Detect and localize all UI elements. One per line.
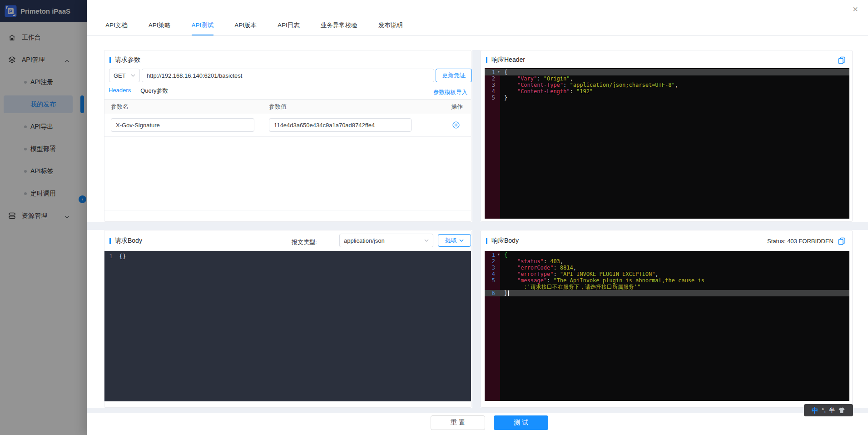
- add-param-button[interactable]: [452, 121, 460, 129]
- extract-button[interactable]: 提取: [438, 234, 471, 247]
- fold-arrow-icon: ▼: [498, 253, 500, 256]
- method-select[interactable]: GET: [109, 69, 140, 82]
- fold-arrow-icon: ▼: [498, 70, 500, 74]
- response-header-editor[interactable]: 1▼{2 "Vary": "Origin",3 "Content-Type": …: [485, 68, 849, 219]
- table-bottom-border: [104, 210, 471, 210]
- section-title: 响应Body: [486, 237, 519, 245]
- response-body-editor[interactable]: 1▼{2 "status": 403,3 "errorCode": 8814,4…: [485, 251, 849, 401]
- param-value-input[interactable]: [269, 118, 412, 132]
- code-line: :'请求接口不在服务下，请选择接口所属服务'": [485, 284, 849, 290]
- copy-icon[interactable]: [838, 237, 846, 245]
- tab-api-test[interactable]: API测试: [192, 21, 214, 35]
- status-badge: Status: 403 FORBIDDEN: [767, 238, 833, 245]
- title-accent-bar: [486, 238, 487, 244]
- content-type-value: application/json: [344, 237, 385, 244]
- request-params-title: 请求参数: [115, 56, 140, 64]
- modal-overlay: [0, 0, 87, 435]
- request-params-panel: 请求参数 GET 更新凭证 Headers Query参数 参数模板导入 参数名…: [104, 50, 471, 222]
- section-title: 响应Header: [486, 56, 525, 64]
- tab-release-notes[interactable]: 发布说明: [378, 21, 403, 35]
- col-param-value: 参数值: [269, 103, 442, 111]
- param-table-row: [104, 114, 471, 137]
- code-line: 3 "Content-Type": "application/json;char…: [485, 82, 849, 88]
- screen: P Primeton iPaaS 工作台API管理API注册我的发布API导出模…: [0, 0, 868, 435]
- content-type-select[interactable]: application/json: [339, 234, 433, 247]
- code-line: 4 "Content-Length": "192": [485, 88, 849, 95]
- code-line: 2 "Vary": "Origin",: [485, 75, 849, 82]
- request-body-panel: 请求Body 报文类型: application/json 提取 1{}: [104, 230, 471, 408]
- section-title: 请求参数: [109, 56, 140, 64]
- request-body-editor[interactable]: 1{}: [104, 251, 471, 401]
- divider: [87, 222, 868, 230]
- tab-business-exception-check[interactable]: 业务异常校验: [321, 21, 357, 35]
- col-operation: 操作: [442, 103, 463, 111]
- code-line: 1{}: [104, 252, 471, 260]
- api-test-drawer: × API文档API策略API测试API版本API日志业务异常校验发布说明 请求…: [87, 0, 868, 435]
- tab-api-policy[interactable]: API策略: [149, 21, 171, 35]
- method-value: GET: [114, 72, 126, 79]
- ime-width-mode: 半: [829, 407, 835, 413]
- code-line: 4 "errorType": "API_INVOKE_PLUGIN_EXCEPT…: [485, 271, 849, 277]
- ime-language-badge: 中: [812, 407, 818, 414]
- request-body-title: 请求Body: [115, 237, 142, 245]
- tab-query-params[interactable]: Query参数: [140, 87, 168, 100]
- code-line: 2 "status": 403,: [485, 258, 849, 265]
- param-name-input[interactable]: [111, 118, 254, 132]
- code-line: 3 "errorCode": 8814,: [485, 265, 849, 271]
- chevron-down-icon: [131, 74, 135, 77]
- divider: [87, 408, 868, 413]
- ime-punctuation-mode: °,: [822, 407, 826, 413]
- tab-api-log[interactable]: API日志: [278, 21, 300, 35]
- param-subtabs: Headers Query参数: [104, 87, 471, 100]
- close-icon[interactable]: ×: [853, 5, 858, 14]
- code-line: 1▼{: [485, 252, 849, 258]
- col-param-name: 参数名: [111, 103, 269, 111]
- response-header-panel: 响应Header 1▼{2 "Vary": "Origin",3 "Conten…: [481, 50, 853, 222]
- chevron-down-icon: [424, 239, 429, 242]
- test-button[interactable]: 测 试: [494, 415, 548, 430]
- url-input[interactable]: [142, 69, 434, 82]
- copy-icon[interactable]: [838, 56, 846, 64]
- code-line: 5 "message": "The ApiInvoke plugin is ab…: [485, 277, 849, 284]
- tab-headers[interactable]: Headers: [109, 87, 131, 100]
- title-accent-bar: [486, 57, 487, 63]
- response-body-title: 响应Body: [491, 237, 519, 245]
- background-app: P Primeton iPaaS 工作台API管理API注册我的发布API导出模…: [0, 0, 87, 435]
- tab-bar: API文档API策略API测试API版本API日志业务异常校验发布说明: [87, 0, 868, 36]
- ime-indicator[interactable]: 中 °, 半: [804, 404, 853, 416]
- code-line: 6}: [485, 290, 849, 296]
- section-title: 请求Body: [109, 237, 142, 245]
- code-line: 1▼{: [485, 69, 849, 75]
- title-accent-bar: [109, 238, 111, 244]
- tab-api-doc[interactable]: API文档: [105, 21, 128, 35]
- ime-skin-icon: [838, 407, 845, 414]
- add-param-icon: [452, 121, 460, 129]
- param-table-header: 参数名 参数值 操作: [104, 100, 471, 114]
- extract-label: 提取: [445, 236, 457, 245]
- tab-api-version[interactable]: API版本: [234, 21, 257, 35]
- refresh-credential-button[interactable]: 更新凭证: [436, 69, 472, 82]
- chevron-down-icon: [459, 239, 464, 242]
- response-header-title: 响应Header: [491, 56, 525, 64]
- title-accent-bar: [109, 57, 111, 63]
- response-body-panel: 响应Body Status: 403 FORBIDDEN 1▼{2 "statu…: [481, 230, 853, 408]
- reset-button[interactable]: 重 置: [431, 415, 485, 430]
- content-type-label: 报文类型:: [292, 238, 317, 246]
- code-line: 5}: [485, 95, 849, 101]
- text-cursor: [508, 290, 509, 296]
- param-template-import-link[interactable]: 参数模板导入: [433, 89, 467, 96]
